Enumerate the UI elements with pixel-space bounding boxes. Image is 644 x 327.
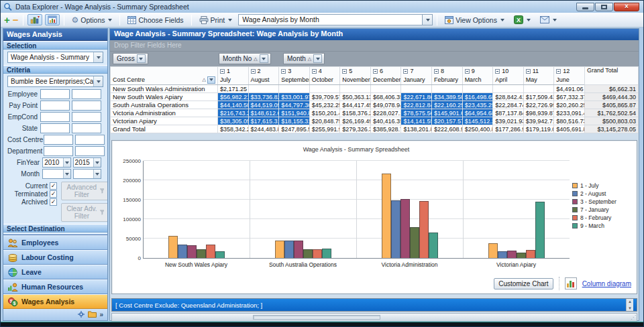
pivot-cell[interactable]: $385,928.76	[370, 125, 401, 133]
pivot-cell[interactable]: $98,939.87	[523, 109, 554, 117]
row-label[interactable]: Victorian Apiary	[111, 117, 218, 125]
department-from-input[interactable]	[44, 146, 73, 156]
department-to-input[interactable]	[75, 146, 105, 156]
column-header-6[interactable]: 6	[370, 67, 401, 76]
pivot-cell[interactable]: $87,137.84	[493, 109, 524, 117]
column-header-8[interactable]: 8	[432, 67, 463, 76]
pivot-cell[interactable]: $233,091.41	[554, 109, 585, 117]
pivot-cell[interactable]: $34,389.50	[432, 93, 463, 101]
pivot-cell[interactable]: $44,797.36	[279, 101, 310, 109]
remove-icon[interactable]: −	[13, 15, 19, 25]
collapse-icon[interactable]	[434, 69, 439, 74]
pivot-cell[interactable]: $17,509.43	[523, 93, 554, 101]
month-header-december[interactable]: December	[370, 76, 401, 85]
cost-centre-to-input[interactable]	[75, 135, 105, 145]
current-checkbox[interactable]: Current✓	[7, 182, 57, 190]
pivot-cell[interactable]: $4,491.06	[554, 85, 585, 93]
collapse-icon[interactable]	[495, 69, 500, 74]
employee-to-input[interactable]	[72, 89, 101, 99]
pivot-cell[interactable]: $150,201.42	[309, 109, 340, 117]
company-filter-combo[interactable]: Bumble Bee Enterprises;Caterpillars I	[7, 76, 103, 87]
pivot-cell[interactable]: $22,671.86	[401, 93, 432, 101]
pivot-cell[interactable]: $145,512.28	[462, 117, 493, 125]
collapse-icon[interactable]	[556, 69, 561, 74]
month-header-october[interactable]: October	[309, 76, 340, 85]
finyear-from-combo[interactable]: 2010	[42, 157, 70, 168]
pivot-cell[interactable]: $44,519.05	[248, 101, 279, 109]
monthno-field-button[interactable]: Month No △	[219, 53, 271, 64]
collapse-icon[interactable]	[465, 69, 470, 74]
column-header-2[interactable]: 2	[248, 67, 279, 76]
pivot-cell[interactable]: $177,286.92	[493, 125, 524, 133]
month-header-march[interactable]: March	[462, 76, 493, 85]
pivot-cell[interactable]: $39,942.71	[523, 117, 554, 125]
folder-icon[interactable]	[88, 310, 97, 319]
pivot-cell[interactable]	[401, 85, 432, 93]
pivot-cell[interactable]: $222,608.93	[432, 125, 463, 133]
pivot-cell[interactable]: $33,736.82	[248, 93, 279, 101]
month-header-july[interactable]: July	[218, 76, 249, 85]
chart-window-icon[interactable]	[45, 14, 60, 25]
month-header-february[interactable]: February	[432, 76, 463, 85]
row-total-cell[interactable]: $500,803.03	[585, 117, 639, 125]
row-total-cell[interactable]: $6,662.31	[585, 85, 639, 93]
pivot-cell[interactable]: $22,284.74	[493, 101, 524, 109]
finyear-to-combo[interactable]: 2015	[73, 157, 101, 168]
advanced-filter-button[interactable]: Advanced Filter	[61, 182, 107, 200]
month-header-november[interactable]: November	[340, 76, 371, 85]
month-header-may[interactable]: May	[523, 76, 554, 85]
column-header-4[interactable]: 4	[309, 67, 340, 76]
pivot-cell[interactable]: $20,848.75	[309, 117, 340, 125]
view-selector-combo[interactable]: Wage Analysis by Month	[238, 14, 433, 25]
pivot-cell[interactable]: $68,406.35	[370, 93, 401, 101]
maximize-button[interactable]	[595, 3, 613, 11]
pivot-cell[interactable]: $50,363.13	[340, 93, 371, 101]
row-total-cell[interactable]: $469,444.30	[585, 93, 639, 101]
clear-advanced-filter-button[interactable]: Clear Adv. Filter	[61, 203, 107, 222]
pivot-cell[interactable]: $16,498.68	[462, 93, 493, 101]
print-button[interactable]: Print	[196, 15, 236, 25]
collapse-icon[interactable]	[526, 69, 531, 74]
pivot-cell[interactable]: $26,169.49	[340, 117, 371, 125]
column-header-12[interactable]: 12	[554, 67, 585, 76]
column-header-3[interactable]: 3	[279, 67, 310, 76]
pivot-cell[interactable]: $228,027.12	[370, 109, 401, 117]
pivot-cell[interactable]: $64,954.68	[462, 109, 493, 117]
pivot-cell[interactable]: $39,709.57	[309, 93, 340, 101]
terminated-checkbox[interactable]: Terminated✓	[7, 190, 57, 198]
column-header-7[interactable]: 7	[401, 67, 432, 76]
pivot-cell[interactable]: $255,991.99	[309, 125, 340, 133]
column-header-1[interactable]: 1	[218, 67, 249, 76]
sidebar-item-leave[interactable]: Leave	[3, 265, 107, 279]
pivot-cell[interactable]	[462, 85, 493, 93]
pivot-cell[interactable]	[523, 85, 554, 93]
row-total-cell[interactable]: $1,762,502.54	[585, 109, 639, 117]
pivot-cell[interactable]	[279, 85, 310, 93]
row-label[interactable]: South Australia Operations	[111, 101, 218, 109]
collapse-icon[interactable]	[251, 69, 256, 74]
row-label[interactable]: New South Wales Administration	[111, 85, 218, 93]
collapse-icon[interactable]	[403, 69, 408, 74]
quick-settings-icon[interactable]	[77, 310, 85, 320]
pivot-cell[interactable]: $216,743.24	[218, 109, 249, 117]
pivot-cell[interactable]: $358,342.25	[218, 125, 249, 133]
row-total-cell[interactable]: $3,145,278.05	[585, 125, 639, 133]
pay-point-from-input[interactable]	[40, 101, 70, 111]
state-to-input[interactable]	[72, 123, 101, 133]
pivot-cell[interactable]: $405,691.82	[554, 125, 585, 133]
options-button[interactable]: ⚙ Options	[68, 15, 116, 25]
row-total-cell[interactable]: $405,865.87	[585, 101, 639, 109]
chart-down-icon[interactable]	[28, 14, 42, 25]
pivot-cell[interactable]: $28,842.41	[493, 93, 524, 101]
minimize-button[interactable]	[576, 3, 594, 11]
pivot-cell[interactable]: $33,001.97	[279, 93, 310, 101]
column-header-10[interactable]: 10	[493, 67, 524, 76]
month-field-button[interactable]: Month △	[283, 53, 325, 64]
pivot-cell[interactable]: $20,157.57	[432, 117, 463, 125]
view-selector-dropdown-button[interactable]	[422, 14, 433, 25]
column-header-5[interactable]: 5	[340, 67, 371, 76]
pivot-cell[interactable]: $45,232.25	[309, 101, 340, 109]
scroll-down-icon[interactable]: ▼	[627, 306, 633, 311]
pivot-cell[interactable]: $14,141.55	[401, 117, 432, 125]
pivot-cell[interactable]	[248, 85, 279, 93]
